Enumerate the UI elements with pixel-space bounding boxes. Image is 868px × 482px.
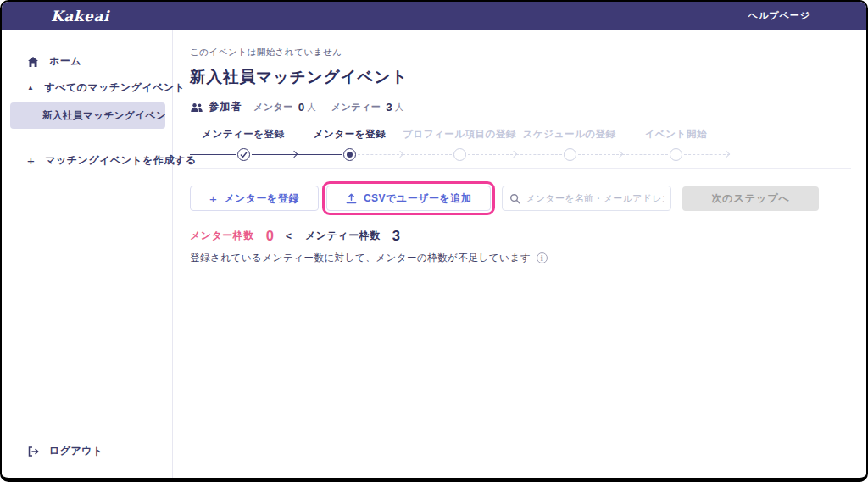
top-header-bar: Kakeai ヘルプページ [2,2,866,30]
main-content: このイベントは開始されていません 新入社員マッチングイベント 参加者 メンター … [173,30,866,478]
collapse-triangle-icon: ▲ [27,84,34,91]
sidebar-item-label: 新入社員マッチングイベン... [42,109,165,122]
step-upcoming-icon [564,148,576,161]
participants-summary: 参加者 メンター 0 人 メンティー 3 人 [190,100,851,114]
mentor-role-label: メンター [253,101,293,114]
step-register-profile-items[interactable]: プロフィール項目の登録 [403,128,516,161]
step-upcoming-icon [670,148,682,161]
warning-text: 登録されているメンティー数に対して、メンターの枠数が不足しています [190,252,531,264]
step-register-mentors[interactable]: メンターを登録 [297,128,403,161]
logout-button[interactable]: ログアウト [2,438,172,464]
stepper-separator [190,168,851,169]
mentor-slots-count: 0 [266,228,274,244]
sidebar-item-all-matching-events[interactable]: ▲ すべてのマッチングイベント [2,75,172,101]
sidebar-item-create-event[interactable]: + マッチングイベントを作成する [2,147,172,174]
mentee-role-label: メンティー [331,101,381,114]
sidebar-item-label: すべてのマッチングイベント [44,80,185,95]
step-active-icon [343,148,356,161]
mentee-slots-label: メンティー枠数 [305,229,381,243]
people-icon [190,102,203,113]
mentor-toolbar: + メンターを登録 CSVでユーザーを追加 [190,181,851,215]
step-arrow-icon [723,151,730,158]
comparator: < [286,230,292,242]
step-register-mentees[interactable]: メンティーを登録 [190,128,297,161]
sidebar-item-current-event[interactable]: 新入社員マッチングイベン... [10,102,165,129]
help-page-link[interactable]: ヘルプページ [748,9,810,22]
step-start-event[interactable]: イベント開始 [622,128,729,161]
slot-shortage-warning: 登録されているメンティー数に対して、メンターの枠数が不足しています i [190,252,851,264]
info-icon[interactable]: i [537,252,548,263]
mentor-count-unit: 人 [307,102,316,114]
csv-upload-button[interactable]: CSVでユーザーを追加 [326,186,491,211]
home-icon [27,56,39,68]
participants-label: 参加者 [209,100,242,114]
step-completed-icon [237,148,250,161]
mentor-search-input[interactable] [526,193,664,203]
highlight-annotation-box: CSVでユーザーを追加 [322,181,495,215]
mentor-count: 0 [298,101,305,114]
kakeai-logo[interactable]: Kakeai [51,8,109,25]
mentee-count-unit: 人 [395,102,404,114]
mentee-count: 3 [386,101,392,114]
sidebar-item-home[interactable]: ホーム [2,48,172,75]
search-icon [509,193,520,204]
sidebar-item-label: ホーム [49,54,81,69]
event-status-text: このイベントは開始されていません [190,47,851,58]
slot-comparison: メンター枠数 0 < メンティー枠数 3 [190,228,851,244]
logout-label: ログアウト [49,444,103,458]
app-window: Kakeai ヘルプページ ホーム ▲ すべてのマッチングイベント 新入社員マッ… [0,0,868,482]
plus-icon: + [27,153,35,168]
page-title: 新入社員マッチングイベント [190,66,851,87]
event-setup-stepper: メンティーを登録 メンターを登録 [190,128,729,161]
upload-icon [346,193,357,204]
register-mentor-button[interactable]: + メンターを登録 [190,186,319,211]
mentor-slots-label: メンター枠数 [190,229,254,243]
step-register-schedule[interactable]: スケジュールの登録 [516,128,623,161]
step-upcoming-icon [453,148,466,161]
mentor-search-box [502,186,671,211]
plus-icon: + [209,191,217,206]
sidebar: ホーム ▲ すべてのマッチングイベント 新入社員マッチングイベン... + マッ… [2,30,173,478]
logout-icon [27,446,39,457]
next-step-button[interactable]: 次のステップへ [682,186,819,211]
mentee-slots-count: 3 [392,228,400,244]
